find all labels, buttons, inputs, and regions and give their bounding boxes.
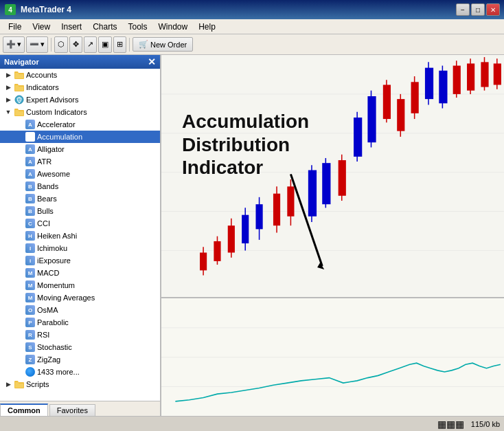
minus-icon: ➖ <box>30 40 39 49</box>
cci-label: CCI <box>37 219 50 228</box>
minimize-button[interactable]: − <box>456 3 470 16</box>
menu-view[interactable]: View <box>27 21 56 33</box>
accelerator-icon: A <box>25 119 36 130</box>
tree-item-custom-indicators[interactable]: ▼ Custom Indicators <box>0 106 160 118</box>
bands-label: Bands <box>37 182 58 190</box>
atr-label: ATR <box>37 157 51 166</box>
momentum-icon: M <box>25 280 36 291</box>
tree-item-iexposure[interactable]: ▶ i iExposure <box>0 254 160 267</box>
expand-custom-indicators[interactable]: ▼ <box>3 107 14 118</box>
iexposure-icon: i <box>25 255 36 266</box>
macd-label: MACD <box>37 269 59 277</box>
main-area: Navigator ✕ ▶ Accounts ▶ <box>0 55 504 416</box>
menu-help[interactable]: Help <box>193 21 221 33</box>
annotation-text: Accumulation Distribution Indicator <box>182 110 309 179</box>
tree-item-zigzag[interactable]: ▶ Z ZigZag <box>0 353 160 366</box>
toolbar-btn-5[interactable]: ↗ <box>84 36 97 53</box>
menu-window[interactable]: Window <box>153 21 194 33</box>
app-icon: 4 <box>4 3 16 16</box>
toolbar-btn-7[interactable]: ⊞ <box>113 36 126 53</box>
tree-item-parabolic[interactable]: ▶ P Parabolic <box>0 316 160 329</box>
expert-advisors-icon <box>14 94 25 105</box>
alligator-label: Alligator <box>37 145 65 153</box>
menu-charts[interactable]: Charts <box>87 21 122 33</box>
iexposure-label: iExposure <box>37 256 71 265</box>
annotation-line3: Indicator <box>182 156 309 179</box>
toolbar-btn-1[interactable]: ➕ ▾ <box>3 36 25 53</box>
menu-insert[interactable]: Insert <box>56 21 87 33</box>
toolbar-btn-2[interactable]: ➖ ▾ <box>26 36 48 53</box>
tree-item-macd[interactable]: ▶ M MACD <box>0 267 160 279</box>
tree-item-bears[interactable]: ▶ B Bears <box>0 192 160 205</box>
toolbar-btn-4[interactable]: ✥ <box>69 36 82 53</box>
tree-item-momentum[interactable]: ▶ M Momentum <box>0 279 160 291</box>
tree-item-expert-advisors[interactable]: ▶ Expert Advisors <box>0 93 160 106</box>
separator-1 <box>51 38 51 52</box>
tree-item-cci[interactable]: ▶ C CCI <box>0 217 160 230</box>
expand-accounts[interactable]: ▶ <box>3 69 14 80</box>
tree-item-rsi[interactable]: ▶ R RSI <box>0 329 160 341</box>
tree-item-accumulation[interactable]: ▶ A Accumulation <box>0 131 160 143</box>
macd-icon: M <box>25 267 36 278</box>
parabolic-icon: P <box>25 317 36 328</box>
toolbar-btn-3[interactable]: ⬡ <box>54 36 68 53</box>
menu-file[interactable]: File <box>3 21 27 33</box>
osma-icon: O <box>25 305 36 316</box>
accumulation-icon: A <box>25 131 36 142</box>
heiken-ashi-label: Heiken Ashi <box>37 232 77 240</box>
tree-item-more[interactable]: ▶ 1433 more... <box>0 366 160 378</box>
indicator-svg <box>161 298 504 416</box>
tree-item-awesome[interactable]: ▶ A Awesome <box>0 168 160 180</box>
tree-item-ichimoku[interactable]: ▶ I Ichimoku <box>0 242 160 254</box>
tree-item-atr[interactable]: ▶ A ATR <box>0 155 160 168</box>
parabolic-label: Parabolic <box>37 318 69 327</box>
bands-icon: B <box>25 181 36 192</box>
expand-indicators[interactable]: ▶ <box>3 82 14 93</box>
tab-common[interactable]: Common <box>0 404 48 416</box>
tree-item-accelerator[interactable]: ▶ A Accelerator <box>0 118 160 131</box>
osma-label: OsMA <box>37 306 58 314</box>
tree-item-indicators[interactable]: ▶ Indicators <box>0 81 160 93</box>
awesome-icon: A <box>25 168 36 179</box>
tree-item-moving-averages[interactable]: ▶ M Moving Averages <box>0 291 160 304</box>
navigator-close-button[interactable]: ✕ <box>148 56 156 67</box>
tree-item-heiken-ashi[interactable]: ▶ H Heiken Ashi <box>0 230 160 242</box>
toolbar-btn-6[interactable]: ▣ <box>98 36 112 53</box>
custom-indicators-folder-icon <box>14 107 25 118</box>
new-order-button[interactable]: 🛒 New Order <box>133 37 193 52</box>
moving-averages-icon: M <box>25 292 36 303</box>
menu-tools[interactable]: Tools <box>123 21 153 33</box>
dropdown-icon: ▾ <box>17 40 21 49</box>
tree-item-bulls[interactable]: ▶ B Bulls <box>0 205 160 217</box>
close-button[interactable]: ✕ <box>486 3 500 16</box>
tree-item-alligator[interactable]: ▶ A Alligator <box>0 143 160 155</box>
zigzag-icon: Z <box>25 354 36 365</box>
new-order-icon: 🛒 <box>139 40 148 49</box>
restore-button[interactable]: □ <box>471 3 485 16</box>
heiken-ashi-icon: H <box>25 230 36 241</box>
more-icon <box>25 366 36 377</box>
stochastic-icon: S <box>25 342 36 353</box>
navigator-header: Navigator ✕ <box>0 55 160 69</box>
tree-item-scripts[interactable]: ▶ Scripts <box>0 378 160 390</box>
tree-item-accounts[interactable]: ▶ Accounts <box>0 69 160 81</box>
custom-indicators-label: Custom Indicators <box>26 108 87 116</box>
tree-item-bands[interactable]: ▶ B Bands <box>0 180 160 192</box>
expand-scripts[interactable]: ▶ <box>3 379 14 390</box>
tree-item-osma[interactable]: ▶ O OsMA <box>0 304 160 316</box>
expand-expert-advisors[interactable]: ▶ <box>3 94 14 105</box>
zigzag-label: ZigZag <box>37 355 60 364</box>
indicator-chart <box>161 297 504 416</box>
rsi-icon: R <box>25 329 36 340</box>
bulls-icon: B <box>25 206 36 217</box>
ichimoku-label: Ichimoku <box>37 244 67 252</box>
stochastic-label: Stochastic <box>37 343 72 351</box>
momentum-label: Momentum <box>37 281 75 289</box>
window-title: MetaTrader 4 <box>21 5 456 14</box>
svg-text:4: 4 <box>8 6 12 14</box>
scripts-icon <box>14 379 25 390</box>
tab-favorites[interactable]: Favorites <box>49 404 95 416</box>
navigator-panel: Navigator ✕ ▶ Accounts ▶ <box>0 55 161 416</box>
status-bar: ▦▦▦ 115/0 kb <box>0 416 504 431</box>
tree-item-stochastic[interactable]: ▶ S Stochastic <box>0 341 160 353</box>
